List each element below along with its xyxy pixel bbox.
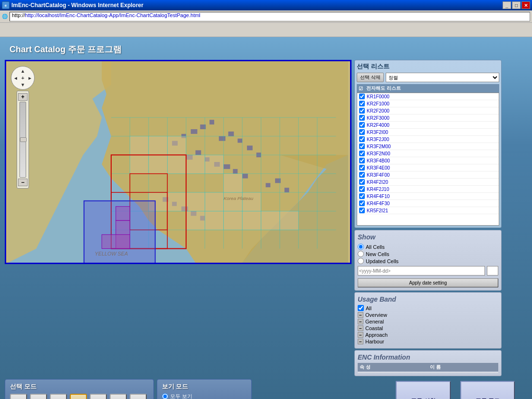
list-item[interactable]: KR2F2000 bbox=[357, 107, 499, 114]
usage-approach-label: Approach bbox=[365, 332, 388, 338]
cell-name: KR3F4B00 bbox=[367, 158, 390, 163]
cell-checkbox[interactable] bbox=[359, 158, 365, 163]
svg-rect-49 bbox=[167, 136, 186, 155]
map-container[interactable]: Korea Plateau YELLOW SEA KOREA STRAIT JE… bbox=[5, 60, 352, 264]
close-button[interactable]: ✕ bbox=[522, 1, 530, 9]
cell-checkbox[interactable] bbox=[359, 165, 365, 171]
undo-button[interactable]: ↩ bbox=[130, 394, 147, 399]
cell-checkbox[interactable] bbox=[359, 122, 365, 128]
usage-general-minus[interactable]: − bbox=[358, 319, 363, 324]
cell-checkbox[interactable] bbox=[359, 208, 365, 213]
usage-harbour[interactable]: − Harbour bbox=[358, 339, 498, 344]
address-input[interactable]: http://http://localhost/ImEnc-ChartCatal… bbox=[10, 12, 530, 21]
cell-checkbox[interactable] bbox=[359, 115, 365, 121]
enc-title: ENC Information bbox=[358, 353, 498, 361]
zoom-in-button[interactable]: + bbox=[18, 93, 28, 101]
svg-rect-53 bbox=[186, 155, 205, 173]
list-item[interactable]: KR4F2J10 bbox=[357, 186, 499, 193]
usage-general[interactable]: − General bbox=[358, 319, 498, 324]
zoom-track[interactable] bbox=[19, 102, 26, 178]
usage-all-checkbox[interactable] bbox=[358, 305, 364, 311]
cell-checkbox[interactable] bbox=[359, 108, 365, 114]
cell-checkbox[interactable] bbox=[359, 136, 365, 142]
zoom-out-button[interactable]: ⊖ bbox=[30, 394, 47, 399]
cell-checkbox[interactable] bbox=[359, 101, 365, 106]
sort-dropdown[interactable]: 정렬 bbox=[386, 73, 499, 82]
usage-band-panel: Usage Band All − Overview − General − bbox=[354, 292, 502, 349]
zoom-slider[interactable]: + − bbox=[17, 91, 29, 189]
right-panels: 선택 리스트 선택 삭제 정렬 ☑ 전자해도 리스트 KR1F0000KR2F1… bbox=[354, 60, 502, 376]
list-item[interactable]: KR2F3000 bbox=[357, 114, 499, 122]
view-mode-title: 보기 모드 bbox=[162, 382, 247, 391]
list-item[interactable]: KR3F2N00 bbox=[357, 150, 499, 157]
apply-date-button[interactable]: Apply date setting bbox=[358, 278, 498, 287]
pointer-button[interactable]: ↖ bbox=[50, 394, 67, 399]
usage-coastal-label: Coastal bbox=[365, 325, 383, 331]
svg-rect-21 bbox=[266, 183, 270, 187]
minimize-button[interactable]: _ bbox=[503, 1, 511, 9]
list-item[interactable]: KR4F4F30 bbox=[357, 200, 499, 207]
svg-rect-67 bbox=[280, 211, 298, 230]
selection-mode-panel: 선택 모드 ⊕ ⊖ ↖ □ ✂ 🔍 ↩ bbox=[5, 379, 154, 399]
svg-rect-50 bbox=[130, 155, 148, 173]
app-title: Chart Catalog 주문 프로그램 bbox=[5, 42, 527, 57]
cell-name: KR3F2N00 bbox=[367, 151, 390, 156]
list-item[interactable]: KR5F2I21 bbox=[357, 207, 499, 214]
usage-overview[interactable]: − Overview bbox=[358, 312, 498, 318]
list-item[interactable]: KR1F0000 bbox=[357, 93, 499, 100]
list-item[interactable]: KR3F2I00 bbox=[357, 129, 499, 136]
list-item[interactable]: KR4F4F10 bbox=[357, 193, 499, 200]
date-days[interactable]: 15 bbox=[487, 266, 498, 276]
zoom-thumb[interactable] bbox=[20, 137, 27, 142]
list-item[interactable]: KR3F2M00 bbox=[357, 143, 499, 150]
rectangle-select-button[interactable]: □ bbox=[70, 394, 87, 399]
list-item[interactable]: KR3F2J00 bbox=[357, 136, 499, 143]
list-item[interactable]: KR3F4F00 bbox=[357, 171, 499, 179]
zoom-in-button[interactable]: ⊕ bbox=[10, 394, 27, 399]
svg-rect-74 bbox=[102, 235, 130, 249]
cell-checkbox[interactable] bbox=[359, 179, 365, 185]
radio-updated-cells[interactable]: Updated Cells bbox=[358, 258, 498, 264]
usage-approach-minus[interactable]: − bbox=[358, 332, 363, 338]
pan-button[interactable]: ▲ ◄ + ► ▼ bbox=[11, 66, 35, 90]
radio-new-cells[interactable]: New Cells bbox=[358, 251, 498, 257]
usage-overview-minus[interactable]: − bbox=[358, 312, 363, 318]
cell-checkbox[interactable] bbox=[359, 186, 365, 192]
cell-name: KR5F2I21 bbox=[367, 208, 388, 213]
end-order-button[interactable]: 주문 종료 bbox=[460, 381, 515, 399]
usage-coastal-minus[interactable]: − bbox=[358, 325, 363, 331]
cell-checkbox[interactable] bbox=[359, 200, 365, 206]
list-item[interactable]: KR3F4E00 bbox=[357, 164, 499, 171]
cell-checkbox[interactable] bbox=[359, 129, 365, 135]
polygon-select-button[interactable]: ✂ bbox=[90, 394, 107, 399]
radio-all-cells[interactable]: All Cells bbox=[358, 244, 498, 250]
zoom-out-button[interactable]: − bbox=[18, 179, 28, 186]
list-item[interactable]: KR3F4B00 bbox=[357, 157, 499, 164]
view-all-input[interactable] bbox=[162, 393, 168, 399]
svg-rect-63 bbox=[205, 211, 223, 230]
usage-coastal[interactable]: − Coastal bbox=[358, 325, 498, 331]
cell-checkbox[interactable] bbox=[359, 193, 365, 199]
search-button[interactable]: 🔍 bbox=[110, 394, 127, 399]
cell-name: KR3F2M00 bbox=[367, 144, 391, 149]
cell-checkbox[interactable] bbox=[359, 94, 365, 99]
cell-list[interactable]: KR1F0000KR2F1000KR2F2000KR2F3000KR2F4000… bbox=[357, 93, 499, 226]
new-order-button[interactable]: 주문 신청 bbox=[396, 381, 450, 399]
usage-approach[interactable]: − Approach bbox=[358, 332, 498, 338]
cell-checkbox[interactable] bbox=[359, 143, 365, 149]
view-all-radio[interactable]: 모두 보기 bbox=[162, 393, 247, 399]
cell-name: KR4F2J10 bbox=[367, 187, 389, 192]
cell-name: KR4F4F10 bbox=[367, 194, 390, 199]
enc-panel: ENC Information 속 성 이 름 bbox=[354, 350, 502, 376]
date-row: 15 bbox=[358, 266, 498, 276]
cell-checkbox[interactable] bbox=[359, 172, 365, 178]
date-input[interactable] bbox=[358, 266, 485, 276]
cell-checkbox[interactable] bbox=[359, 151, 365, 156]
usage-harbour-minus[interactable]: − bbox=[358, 339, 363, 344]
list-item[interactable]: KR4F2I20 bbox=[357, 179, 499, 186]
list-item[interactable]: KR2F1000 bbox=[357, 100, 499, 107]
delete-button[interactable]: 선택 삭제 bbox=[357, 73, 384, 82]
maximize-button[interactable]: □ bbox=[512, 1, 521, 9]
list-item[interactable]: KR2F4000 bbox=[357, 122, 499, 129]
usage-all[interactable]: All bbox=[358, 305, 498, 311]
